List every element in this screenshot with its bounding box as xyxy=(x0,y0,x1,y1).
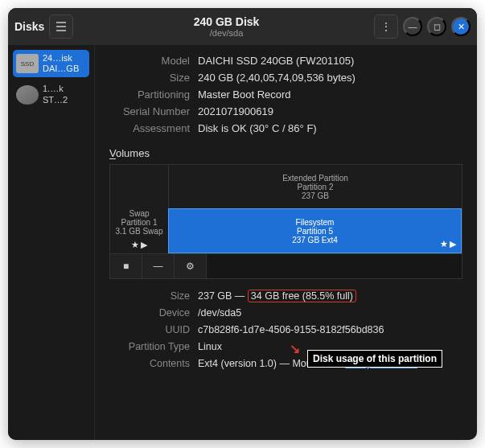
partition-filesystem[interactable]: Filesystem Partition 5 237 GB Ext4 ★▶ xyxy=(168,208,462,253)
play-icon: ▶ xyxy=(450,239,456,249)
swap-part: Partition 1 xyxy=(121,218,157,227)
value-serial: 2021071900619 xyxy=(198,105,462,117)
value-partitioning: Master Boot Record xyxy=(198,88,462,101)
body: SSD 24…isk DAI…GB 1.…k ST…2 Model DAICHI… xyxy=(8,45,477,440)
fs-name: Filesystem xyxy=(296,218,335,227)
hamburger-menu-button[interactable] xyxy=(49,14,73,39)
volumes-box: Swap Partition 1 3.1 GB Swap ★▶ Extended… xyxy=(109,164,462,279)
label-ptype: Partition Type xyxy=(109,341,190,352)
disk-menu-button[interactable]: ⋮ xyxy=(374,14,398,39)
minimize-button[interactable]: — xyxy=(403,17,422,36)
annotation-callout: Disk usage of this partition xyxy=(307,350,442,368)
fs-size: 237 GB Ext4 xyxy=(292,236,338,245)
label-device: Device xyxy=(109,307,190,319)
disks-window: Disks 240 GB Disk /dev/sda ⋮ — ◻ ✕ SSD 2… xyxy=(8,8,477,440)
ext-size: 237 GB xyxy=(302,191,329,200)
close-button[interactable]: ✕ xyxy=(451,17,471,36)
partition-extended[interactable]: Extended Partition Partition 2 237 GB xyxy=(168,165,462,208)
label-assessment: Assessment xyxy=(109,122,190,134)
sidebar-disk-ssd[interactable]: SSD 24…isk DAI…GB xyxy=(13,50,89,77)
label-uuid: UUID xyxy=(109,324,190,335)
partition-swap[interactable]: Swap Partition 1 3.1 GB Swap ★▶ xyxy=(110,165,168,253)
disk-title: 240 GB Disk xyxy=(95,15,358,28)
value-p-size: 237 GB — 34 GB free (85.5% full) xyxy=(198,290,462,302)
maximize-button[interactable]: ◻ xyxy=(427,17,446,36)
ext-name: Extended Partition xyxy=(282,174,348,183)
star-icon: ★ xyxy=(131,240,139,250)
annotation-arrow: ↘ xyxy=(290,341,300,356)
delete-button[interactable]: — xyxy=(142,254,175,278)
maximize-icon: ◻ xyxy=(434,22,441,32)
ext-part: Partition 2 xyxy=(297,183,333,191)
minimize-icon: — xyxy=(409,22,417,31)
free-space-highlight: 34 GB free (85.5% full) xyxy=(248,290,356,302)
disk-label-line1: 24…isk xyxy=(43,53,79,64)
hamburger-icon xyxy=(55,22,67,31)
disk-label-line1: 1.…k xyxy=(43,84,68,94)
settings-button[interactable]: ⚙ xyxy=(175,254,207,278)
value-model: DAICHI SSD 240GB (FW201105) xyxy=(198,55,462,67)
titlebar: Disks 240 GB Disk /dev/sda ⋮ — ◻ ✕ xyxy=(8,8,477,45)
sidebar: SSD 24…isk DAI…GB 1.…k ST…2 xyxy=(8,45,95,440)
volume-toolbar: ■ — ⚙ xyxy=(110,253,462,278)
app-title: Disks xyxy=(14,20,44,33)
kebab-icon: ⋮ xyxy=(380,20,392,33)
disk-info-table: Model DAICHI SSD 240GB (FW201105) Size 2… xyxy=(109,55,462,134)
star-icon: ★ xyxy=(440,239,448,249)
label-p-size: Size xyxy=(109,290,190,302)
value-size: 240 GB (2,40,05,74,09,536 bytes) xyxy=(198,72,462,84)
swap-name: Swap xyxy=(129,209,149,218)
minus-icon: — xyxy=(154,261,163,272)
sidebar-disk-hdd[interactable]: 1.…k ST…2 xyxy=(13,80,89,108)
disk-label-line2: DAI…GB xyxy=(43,64,79,74)
label-contents: Contents xyxy=(109,358,190,369)
disk-path: /dev/sda xyxy=(95,28,358,38)
content: Model DAICHI SSD 240GB (FW201105) Size 2… xyxy=(95,45,477,440)
value-assessment: Disk is OK (30° C / 86° F) xyxy=(198,122,462,134)
close-icon: ✕ xyxy=(458,22,465,32)
value-device: /dev/sda5 xyxy=(198,307,462,319)
hdd-icon xyxy=(16,85,39,105)
value-uuid: c7b828f6-1d7e-4506-9155-8182f56bd836 xyxy=(198,324,462,335)
unmount-button[interactable]: ■ xyxy=(110,254,142,278)
disk-label-line2: ST…2 xyxy=(43,95,68,105)
play-icon: ▶ xyxy=(141,240,147,250)
label-serial: Serial Number xyxy=(109,105,190,117)
label-size: Size xyxy=(109,72,190,84)
ssd-icon: SSD xyxy=(16,54,39,73)
fs-part: Partition 5 xyxy=(297,227,333,236)
label-partitioning: Partitioning xyxy=(109,88,190,101)
label-model: Model xyxy=(109,55,190,67)
gear-icon: ⚙ xyxy=(186,261,195,272)
swap-size: 3.1 GB Swap xyxy=(116,227,163,236)
stop-icon: ■ xyxy=(123,261,129,272)
volumes-heading: Volumes xyxy=(109,147,462,159)
